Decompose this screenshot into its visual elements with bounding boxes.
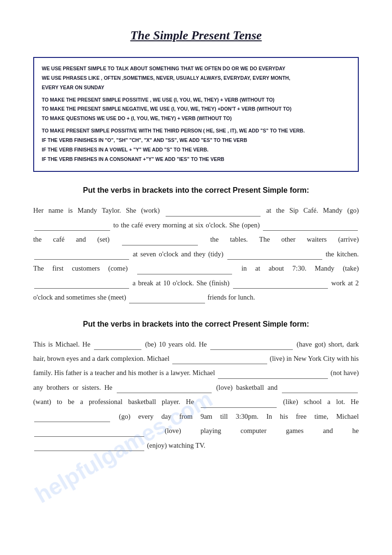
info-line-4: TO MAKE THE PRESENT SIMPLE POSSITIVE , W… xyxy=(42,96,350,104)
info-box: WE USE PRESENT SIMPLE TO TALK ABOUT SOME… xyxy=(33,57,359,172)
ex2-blank-4[interactable] xyxy=(218,378,328,379)
ex2-blank-9[interactable] xyxy=(34,436,144,437)
exercise-2: Put the verbs in brackets into the corre… xyxy=(33,320,359,453)
exercise-1-text: Her name is Mandy Taylor. She (work) at … xyxy=(33,203,359,304)
ex1-blank-8[interactable] xyxy=(34,288,129,289)
info-line-2: WE USE PHRASES LIKE , OFTEN ,SOMETIMES, … xyxy=(42,74,350,83)
exercise-2-heading: Put the verbs in brackets into the corre… xyxy=(33,320,359,329)
ex1-blank-1[interactable] xyxy=(166,216,261,216)
ex2-text-2: (be) 10 years old. He xyxy=(142,340,209,348)
ex1-blank-6[interactable] xyxy=(227,259,322,260)
ex2-blank-3[interactable] xyxy=(172,364,267,364)
exercise-1: Put the verbs in brackets into the corre… xyxy=(33,186,359,304)
ex2-blank-1[interactable] xyxy=(94,349,141,350)
ex1-text-1: Her name is Mandy Taylor. She (work) xyxy=(33,207,165,214)
exercise-1-heading: Put the verbs in brackets into the corre… xyxy=(33,186,359,195)
info-line-1: WE USE PRESENT SIMPLE TO TALK ABOUT SOME… xyxy=(42,65,350,73)
ex2-blank-6[interactable] xyxy=(282,393,358,393)
ex2-blank-2[interactable] xyxy=(210,349,293,350)
ex1-blank-7[interactable] xyxy=(137,274,232,274)
ex1-blank-9[interactable] xyxy=(233,288,328,289)
ex1-blank-3[interactable] xyxy=(263,230,358,231)
ex2-blank-7[interactable] xyxy=(201,407,277,408)
ex1-blank-2[interactable] xyxy=(34,230,110,231)
info-line-9: IF THE VERB FINISHES IN A VOWEL + "Y" WE… xyxy=(42,146,350,154)
ex1-text-2: at the Sip Café. Mandy (go) xyxy=(261,207,359,214)
ex1-blank-10[interactable] xyxy=(129,303,205,303)
info-line-5: TO MAKE THE PRESENT SIMPLE NEGATIVE, WE … xyxy=(42,105,350,113)
info-line-8: IF THE VERB FINISHES IN "O", "SH" "CH", … xyxy=(42,136,350,145)
exercise-2-text: This is Michael. He (be) 10 years old. H… xyxy=(33,337,359,453)
info-line-3: EVERY YEAR ON SUNDAY xyxy=(42,84,350,92)
ex2-blank-5[interactable] xyxy=(117,393,212,393)
info-line-10: IF THE VERB FINISHES IN A CONSONANT +"Y"… xyxy=(42,155,350,164)
ex1-blank-4[interactable] xyxy=(122,245,198,245)
info-line-7: TO MAKE PRESENT SIMPLE POSSITIVE WITH TH… xyxy=(42,127,350,135)
page-title: The Simple Present Tense xyxy=(33,28,359,43)
ex2-text-1: This is Michael. He xyxy=(33,340,93,348)
ex2-blank-8[interactable] xyxy=(34,422,110,422)
ex1-blank-5[interactable] xyxy=(34,259,129,260)
ex2-text-11: (enjoy) watching TV. xyxy=(145,442,205,449)
ex2-blank-10[interactable] xyxy=(34,451,144,451)
info-line-6: TO MAKE QUESTIONS WE USE DO + (I, YOU, W… xyxy=(42,114,350,123)
ex2-text-10: (love) playing computer games and he xyxy=(145,427,359,434)
